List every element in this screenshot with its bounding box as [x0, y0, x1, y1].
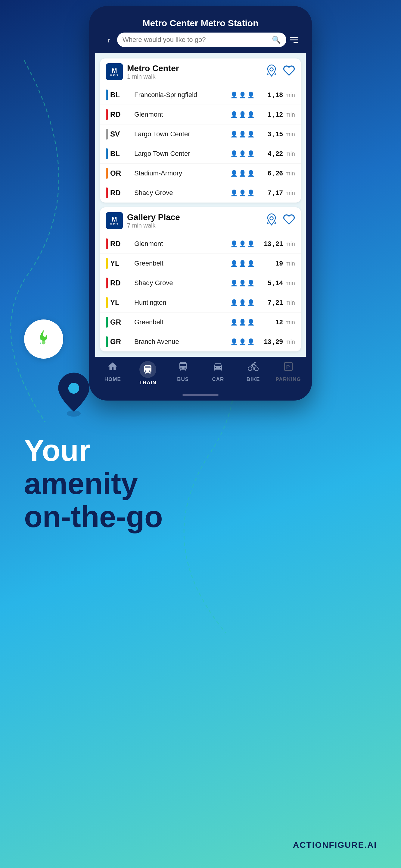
station-header-metro-center: M metro Metro Center 1 min walk	[100, 59, 301, 85]
line-badge: YL	[106, 258, 130, 269]
train-row: SV Largo Town Center 👤👤👤 3,15 min	[100, 124, 301, 144]
destination: Huntington	[134, 299, 226, 307]
destination: Shady Grove	[134, 279, 226, 287]
times: 13,21 min	[259, 240, 295, 248]
line-code: RD	[110, 279, 126, 287]
train-row: RD Glenmont 👤👤👤 13,21 min	[100, 234, 301, 254]
app-title: Metro Center Metro Station	[103, 18, 298, 28]
train-row: BL Franconia-Springfield 👤👤👤 1,18 min	[100, 85, 301, 105]
favorite-icon-2[interactable]	[283, 213, 295, 228]
line-badge: RD	[106, 239, 130, 249]
station-header-gallery-place: M metro Gallery Place 7 min walk	[100, 207, 301, 234]
crowding: 👤👤👤	[230, 130, 255, 138]
times: 7,17 min	[259, 189, 295, 197]
line-badge: OR	[106, 168, 130, 179]
destination: Glenmont	[134, 111, 226, 119]
bottom-marketing: Your amenity on-the-go	[0, 307, 401, 533]
line-code: RD	[110, 110, 126, 119]
svg-point-0	[270, 68, 273, 71]
metro-logo: M metro	[106, 63, 123, 80]
search-input[interactable]	[123, 36, 269, 44]
brand-footer: ACTIONFIGURE.AI	[293, 840, 377, 850]
favorite-icon[interactable]	[283, 64, 295, 79]
crowding: 👤👤👤	[230, 150, 255, 157]
train-row: YL Greenbelt 👤👤👤 19 min	[100, 254, 301, 273]
station-card-metro-center: M metro Metro Center 1 min walk	[100, 59, 301, 203]
destination: Largo Town Center	[134, 150, 226, 158]
app-header: Metro Center Metro Station 🔍	[95, 15, 306, 53]
map-icon[interactable]	[265, 64, 278, 80]
train-row: RD Shady Grove 👤👤👤 5,14 min	[100, 273, 301, 293]
station-actions-2	[265, 213, 295, 228]
line-badge: BL	[106, 90, 130, 100]
station-name: Metro Center	[127, 64, 261, 73]
svg-point-1	[270, 217, 273, 220]
times: 19 min	[259, 259, 295, 267]
line-code: SV	[110, 130, 126, 138]
line-code: YL	[110, 299, 126, 307]
crowding: 👤👤👤	[230, 91, 255, 98]
tagline: Your amenity on-the-go	[24, 434, 377, 533]
station-info: Metro Center 1 min walk	[127, 64, 261, 80]
train-row: RD Glenmont 👤👤👤 1,12 min	[100, 105, 301, 124]
search-icon: 🔍	[272, 36, 281, 44]
flame-circle	[24, 319, 63, 359]
crowding: 👤👤👤	[230, 111, 255, 118]
times: 1,12 min	[259, 111, 295, 119]
line-code: RD	[110, 240, 126, 248]
destination: Shady Grove	[134, 189, 226, 197]
line-badge: RD	[106, 187, 130, 198]
crowding: 👤👤👤	[230, 240, 255, 247]
station-actions	[265, 64, 295, 80]
times: 5,14 min	[259, 279, 295, 287]
train-row: BL Largo Town Center 👤👤👤 4,22 min	[100, 144, 301, 164]
station-walk: 1 min walk	[127, 73, 261, 80]
menu-button[interactable]	[290, 37, 298, 43]
crowding: 👤👤👤	[230, 170, 255, 177]
line-code: BL	[110, 91, 126, 99]
train-row: OR Stadium-Armory 👤👤👤 6,26 min	[100, 164, 301, 183]
crowding: 👤👤👤	[230, 260, 255, 267]
line-badge: RD	[106, 278, 130, 288]
tagline-line1: Your	[24, 434, 377, 467]
train-row: RD Shady Grove 👤👤👤 7,17 min	[100, 183, 301, 203]
search-bar[interactable]: 🔍	[117, 33, 286, 47]
destination: Greenbelt	[134, 259, 226, 267]
line-badge: BL	[106, 148, 130, 159]
line-badge: YL	[106, 297, 130, 308]
line-code: YL	[110, 259, 126, 268]
navigation-icon[interactable]	[103, 33, 113, 46]
times: 7,21 min	[259, 299, 295, 307]
tagline-line3: on-the-go	[24, 500, 377, 533]
map-icon-2[interactable]	[265, 213, 278, 228]
station-info-2: Gallery Place 7 min walk	[127, 213, 261, 229]
destination: Franconia-Springfield	[134, 91, 226, 99]
line-code: BL	[110, 150, 126, 158]
station-name-2: Gallery Place	[127, 213, 261, 222]
destination: Glenmont	[134, 240, 226, 248]
line-badge: SV	[106, 129, 130, 140]
times: 3,15 min	[259, 130, 295, 138]
metro-logo-2: M metro	[106, 212, 123, 229]
line-code: RD	[110, 189, 126, 197]
times: 4,22 min	[259, 150, 295, 158]
times: 6,26 min	[259, 169, 295, 177]
times: 1,18 min	[259, 91, 295, 99]
crowding: 👤👤👤	[230, 279, 255, 287]
tagline-line2: amenity	[24, 467, 377, 500]
line-badge: RD	[106, 109, 130, 120]
location-pin	[54, 371, 377, 418]
svg-point-5	[68, 383, 79, 394]
crowding: 👤👤👤	[230, 189, 255, 196]
line-code: OR	[110, 169, 126, 178]
crowding: 👤👤👤	[230, 299, 255, 306]
destination: Stadium-Armory	[134, 169, 226, 177]
destination: Largo Town Center	[134, 130, 226, 138]
station-walk-2: 7 min walk	[127, 222, 261, 229]
